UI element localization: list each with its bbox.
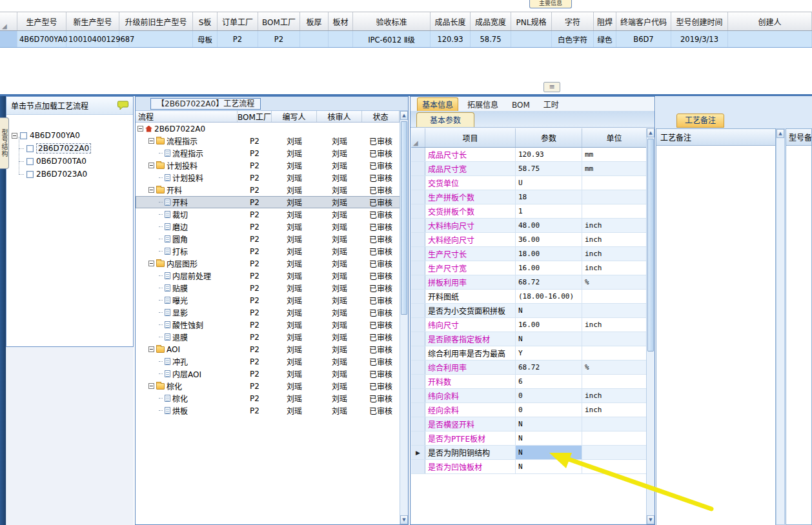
flow-row[interactable]: 磨边P2刘瑶刘瑶已审核 bbox=[136, 221, 408, 233]
params-scrollbar[interactable]: ▲ ▼ bbox=[646, 128, 655, 524]
process-notes-body[interactable] bbox=[656, 146, 775, 525]
flow-row[interactable]: 烘板P2刘瑶刘瑶已审核 bbox=[136, 404, 408, 417]
param-row[interactable]: 纬向余料0inch bbox=[411, 389, 647, 403]
tree-node[interactable]: 2B6D7023A0 bbox=[10, 168, 130, 181]
tree-node-root[interactable]: 4B6D700YA0 bbox=[10, 129, 130, 142]
flow-row[interactable]: 曝光P2刘瑶刘瑶已审核 bbox=[136, 294, 408, 306]
param-value[interactable]: 18 bbox=[516, 190, 582, 204]
param-row[interactable]: 拼板利用率68.72% bbox=[411, 275, 647, 290]
flow-row[interactable]: 计划投料P2刘瑶刘瑶已审核 bbox=[136, 159, 408, 172]
scroll-up-icon[interactable]: ▲ bbox=[647, 128, 655, 137]
param-value[interactable]: 48.00 bbox=[516, 219, 582, 232]
tree-node[interactable]: 2B6D7022A0 bbox=[10, 142, 130, 155]
param-row[interactable]: 开料图纸(18.00-16.00) bbox=[411, 290, 647, 304]
expander-icon[interactable] bbox=[148, 163, 154, 168]
param-row[interactable]: 综合利用率是否为最高Y bbox=[411, 346, 647, 361]
expander-icon[interactable] bbox=[148, 383, 154, 389]
param-value[interactable]: 58.75 bbox=[516, 162, 582, 175]
param-row[interactable]: 纬向尺寸16.00inch bbox=[411, 318, 647, 332]
scroll-down-icon[interactable]: ▼ bbox=[647, 515, 655, 524]
docked-panel-vertical-tab[interactable]: 型号结构 bbox=[0, 117, 9, 169]
tab-basic-info[interactable]: 基本信息 bbox=[417, 97, 458, 111]
tab-process-notes[interactable]: 工艺备注 bbox=[676, 114, 724, 128]
flow-scrollbar[interactable]: ▲ ▼ bbox=[400, 111, 408, 524]
tab-basic-parameters[interactable]: 基本参数 bbox=[416, 112, 474, 127]
param-value[interactable]: N bbox=[516, 460, 582, 473]
flow-row[interactable]: 酸性蚀刻P2刘瑶刘瑶已审核 bbox=[136, 319, 408, 331]
param-row[interactable]: 生产尺寸长18.00inch bbox=[411, 247, 647, 261]
param-value[interactable]: 16.00 bbox=[516, 318, 582, 332]
flow-row[interactable]: 2B6D7022A0 bbox=[136, 123, 408, 135]
scroll-up-icon[interactable]: ▲ bbox=[400, 111, 408, 120]
flow-row[interactable]: 棕化P2刘瑶刘瑶已审核 bbox=[136, 392, 408, 404]
expander-icon[interactable] bbox=[148, 187, 154, 193]
main-info-tab[interactable]: 主要信息 bbox=[529, 0, 572, 8]
param-row[interactable]: 综合利用率68.72% bbox=[411, 361, 647, 375]
param-row[interactable]: 大料经向尺寸36.00inch bbox=[411, 233, 647, 247]
expander-icon[interactable] bbox=[12, 133, 17, 139]
flow-row[interactable]: 计划投料P2刘瑶刘瑶已审核 bbox=[136, 172, 408, 184]
param-value[interactable]: 120.93 bbox=[516, 148, 582, 161]
param-value[interactable]: 0 bbox=[516, 403, 582, 417]
flow-row[interactable]: 打标P2刘瑶刘瑶已审核 bbox=[136, 245, 408, 257]
param-value[interactable]: N bbox=[516, 417, 582, 431]
param-row[interactable]: 经向余料0inch bbox=[411, 403, 647, 417]
param-row[interactable]: 生产拼板个数18 bbox=[411, 190, 647, 204]
param-row[interactable]: 是否顾客指定板材N bbox=[411, 332, 647, 346]
param-row[interactable]: 成品尺寸宽58.75mm bbox=[411, 162, 647, 176]
expander-icon[interactable] bbox=[148, 346, 154, 352]
param-value[interactable]: N bbox=[516, 304, 582, 317]
param-value[interactable]: 18.00 bbox=[516, 247, 582, 261]
panel-grip-icon[interactable]: ≡ bbox=[543, 82, 560, 92]
scroll-thumb[interactable] bbox=[401, 121, 407, 315]
scroll-down-icon[interactable]: ▼ bbox=[400, 515, 408, 524]
param-row[interactable]: 交货单位U bbox=[411, 176, 647, 190]
param-value[interactable]: 6 bbox=[516, 375, 582, 388]
param-row[interactable]: 是否为凹蚀板材N bbox=[411, 460, 647, 474]
param-row[interactable]: 大料纬向尺寸48.00inch bbox=[411, 219, 647, 233]
param-row[interactable]: 是否横竖开料N bbox=[411, 417, 647, 431]
flow-row[interactable]: 内层图形P2刘瑶刘瑶已审核 bbox=[136, 257, 408, 270]
tab-extended-info[interactable]: 拓展信息 bbox=[463, 98, 503, 111]
param-value[interactable]: Y bbox=[516, 346, 582, 360]
flow-row[interactable]: 裁切P2刘瑶刘瑶已审核 bbox=[136, 208, 408, 221]
param-value[interactable]: 36.00 bbox=[516, 233, 582, 246]
param-row[interactable]: 是否为PTFE板材N bbox=[411, 431, 647, 446]
param-value[interactable]: (18.00-16.00) bbox=[516, 290, 582, 303]
scroll-up-icon[interactable]: ▲ bbox=[776, 129, 784, 138]
param-value[interactable]: N bbox=[516, 332, 582, 346]
flow-row[interactable]: 圆角P2刘瑶刘瑶已审核 bbox=[136, 233, 408, 245]
expander-icon[interactable] bbox=[148, 261, 154, 266]
tab-bom[interactable]: BOM bbox=[507, 100, 534, 111]
flow-row[interactable]: 开料P2刘瑶刘瑶已审核 bbox=[136, 184, 408, 196]
expander-icon[interactable] bbox=[148, 138, 154, 144]
param-row[interactable]: 交货拼板个数1 bbox=[411, 204, 647, 219]
param-value[interactable]: 16.00 bbox=[516, 261, 582, 275]
param-value[interactable]: N bbox=[516, 431, 582, 445]
main-table-row[interactable]: 4B6D700YA010010400129687母板P2P2IPC-6012 Ⅱ… bbox=[0, 31, 812, 48]
tree-node[interactable]: 0B6D700TA0 bbox=[10, 155, 130, 168]
tab-work-hours[interactable]: 工时 bbox=[539, 98, 563, 111]
flow-row[interactable]: 流程指示P2刘瑶刘瑶已审核 bbox=[136, 147, 408, 159]
flow-row[interactable]: 流程指示P2刘瑶刘瑶已审核 bbox=[136, 135, 408, 147]
param-row[interactable]: 生产尺寸宽16.00inch bbox=[411, 261, 647, 275]
scroll-thumb[interactable] bbox=[647, 139, 654, 352]
param-value[interactable]: 68.72 bbox=[516, 275, 582, 289]
param-value[interactable]: U bbox=[516, 176, 582, 190]
expander-icon[interactable] bbox=[137, 126, 143, 132]
flow-row[interactable]: 开料P2刘瑶刘瑶已审核 bbox=[136, 196, 408, 208]
param-value[interactable]: 0 bbox=[516, 389, 582, 402]
flow-row[interactable]: 内层前处理P2刘瑶刘瑶已审核 bbox=[136, 270, 408, 282]
param-value[interactable]: N bbox=[516, 446, 582, 459]
param-row[interactable]: 成品尺寸长120.93mm bbox=[411, 148, 647, 162]
flow-row[interactable]: 冲孔P2刘瑶刘瑶已审核 bbox=[136, 355, 408, 368]
notes-scrollbar[interactable]: ▲ bbox=[776, 128, 785, 525]
flow-row[interactable]: 退膜P2刘瑶刘瑶已审核 bbox=[136, 331, 408, 343]
param-row[interactable]: 开料数6 bbox=[411, 375, 647, 389]
param-row[interactable]: ▶是否为阴阳铜结构N bbox=[411, 446, 647, 460]
param-value[interactable]: 1 bbox=[516, 204, 582, 218]
flow-row[interactable]: 棕化P2刘瑶刘瑶已审核 bbox=[136, 380, 408, 392]
param-row[interactable]: 是否为小交货面积拼板N bbox=[411, 304, 647, 318]
flow-row[interactable]: 贴膜P2刘瑶刘瑶已审核 bbox=[136, 282, 408, 294]
flow-row[interactable]: AOIP2刘瑶刘瑶已审核 bbox=[136, 343, 408, 355]
